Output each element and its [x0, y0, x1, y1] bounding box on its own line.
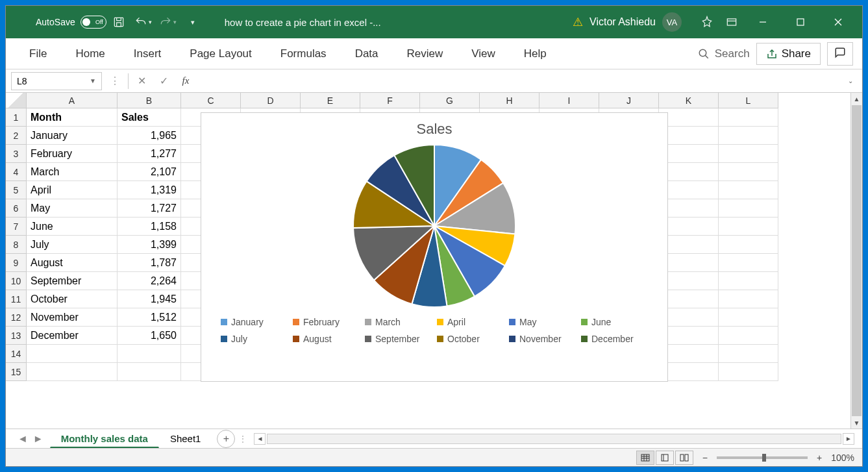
- cell[interactable]: 2,264: [118, 272, 181, 290]
- zoom-out-button[interactable]: −: [702, 453, 708, 463]
- tab-formulas[interactable]: Formulas: [266, 38, 341, 69]
- cell[interactable]: March: [27, 163, 118, 181]
- col-header[interactable]: B: [118, 93, 181, 108]
- row-header[interactable]: 1: [6, 108, 27, 127]
- sheet-tab[interactable]: Sheet1: [159, 430, 212, 447]
- cell[interactable]: [118, 363, 181, 381]
- row-header[interactable]: 7: [6, 217, 27, 236]
- scroll-left-icon[interactable]: ◄: [254, 433, 266, 445]
- autosave-toggle[interactable]: AutoSave Off: [36, 16, 106, 29]
- row-header[interactable]: 11: [6, 290, 27, 308]
- cell[interactable]: [719, 254, 778, 272]
- cancel-icon[interactable]: ✕: [132, 72, 151, 90]
- cell[interactable]: [719, 308, 778, 327]
- col-header[interactable]: L: [719, 93, 778, 108]
- scroll-down-icon[interactable]: ▼: [851, 417, 862, 429]
- cell[interactable]: [719, 145, 778, 163]
- normal-view-icon[interactable]: [636, 451, 654, 465]
- row-header[interactable]: 5: [6, 181, 27, 199]
- cell[interactable]: 1,727: [118, 199, 181, 217]
- cell[interactable]: [719, 199, 778, 217]
- formula-input[interactable]: [199, 72, 840, 90]
- fx-icon[interactable]: fx: [177, 72, 195, 90]
- comments-button[interactable]: [827, 42, 853, 66]
- tab-insert[interactable]: Insert: [119, 38, 176, 69]
- cell[interactable]: [118, 345, 181, 363]
- cell[interactable]: 1,399: [118, 236, 181, 254]
- close-button[interactable]: [819, 6, 857, 38]
- minimize-button[interactable]: [744, 6, 782, 38]
- cell[interactable]: January: [27, 127, 118, 145]
- cell[interactable]: November: [27, 308, 118, 327]
- cell[interactable]: October: [27, 290, 118, 308]
- cell[interactable]: 1,277: [118, 145, 181, 163]
- sheet-nav-next-icon[interactable]: ►: [33, 433, 43, 445]
- cell[interactable]: Sales: [118, 108, 181, 127]
- col-header[interactable]: I: [539, 93, 599, 108]
- row-header[interactable]: 4: [6, 163, 27, 181]
- col-header[interactable]: A: [27, 93, 118, 108]
- row-header[interactable]: 15: [6, 363, 27, 381]
- col-header[interactable]: E: [301, 93, 360, 108]
- tab-file[interactable]: File: [15, 38, 61, 69]
- cell[interactable]: [719, 163, 778, 181]
- col-header[interactable]: G: [420, 93, 480, 108]
- cell[interactable]: 1,512: [118, 308, 181, 327]
- tab-data[interactable]: Data: [341, 38, 393, 69]
- cell[interactable]: [719, 272, 778, 290]
- cell[interactable]: 1,158: [118, 217, 181, 236]
- cell[interactable]: 1,650: [118, 327, 181, 345]
- add-sheet-button[interactable]: +: [217, 430, 235, 448]
- cell[interactable]: Month: [27, 108, 118, 127]
- cell[interactable]: February: [27, 145, 118, 163]
- page-layout-view-icon[interactable]: [656, 451, 674, 465]
- toggle-switch[interactable]: Off: [81, 16, 106, 29]
- user-account[interactable]: ⚠ Victor Ashiedu VA: [573, 12, 682, 32]
- enter-icon[interactable]: ✓: [155, 72, 173, 90]
- redo-icon[interactable]: ▾: [156, 10, 180, 34]
- scroll-right-icon[interactable]: ►: [843, 433, 854, 445]
- row-header[interactable]: 12: [6, 308, 27, 327]
- sheet-nav-prev-icon[interactable]: ◄: [18, 433, 28, 445]
- horizontal-scrollbar[interactable]: ◄ ►: [251, 433, 857, 445]
- zoom-slider[interactable]: [717, 456, 808, 459]
- cell[interactable]: 1,787: [118, 254, 181, 272]
- cell[interactable]: [719, 108, 778, 127]
- row-header[interactable]: 14: [6, 345, 27, 363]
- tab-view[interactable]: View: [457, 38, 510, 69]
- tab-page-layout[interactable]: Page Layout: [175, 38, 266, 69]
- cell[interactable]: September: [27, 272, 118, 290]
- tab-home[interactable]: Home: [61, 38, 119, 69]
- cell[interactable]: [719, 127, 778, 145]
- row-header[interactable]: 10: [6, 272, 27, 290]
- cell[interactable]: May: [27, 199, 118, 217]
- cell[interactable]: [719, 181, 778, 199]
- undo-icon[interactable]: ▾: [131, 10, 156, 34]
- row-header[interactable]: 8: [6, 236, 27, 254]
- maximize-button[interactable]: [782, 6, 819, 38]
- cell[interactable]: 2,107: [118, 163, 181, 181]
- share-button[interactable]: Share: [756, 43, 821, 65]
- tab-grip-icon[interactable]: ⋮: [235, 434, 251, 443]
- sheet-tab[interactable]: Monthly sales data: [50, 430, 159, 448]
- ribbon-display-icon[interactable]: [719, 10, 744, 34]
- cell[interactable]: [719, 290, 778, 308]
- cell[interactable]: [719, 345, 778, 363]
- cell[interactable]: June: [27, 217, 118, 236]
- search-box[interactable]: Search: [698, 47, 750, 60]
- cell[interactable]: 1,945: [118, 290, 181, 308]
- page-break-view-icon[interactable]: [675, 451, 693, 465]
- cell[interactable]: [719, 363, 778, 381]
- row-header[interactable]: 3: [6, 145, 27, 163]
- coming-soon-icon[interactable]: [695, 10, 719, 34]
- zoom-in-button[interactable]: +: [817, 453, 822, 463]
- cell[interactable]: December: [27, 327, 118, 345]
- row-header[interactable]: 6: [6, 199, 27, 217]
- cell[interactable]: [27, 363, 118, 381]
- col-header[interactable]: H: [480, 93, 539, 108]
- formula-menu-icon[interactable]: ⋮: [106, 72, 124, 90]
- col-header[interactable]: J: [599, 93, 659, 108]
- pie-chart[interactable]: Sales JanuaryFebruaryMarchAprilMayJuneJu…: [201, 112, 668, 382]
- select-all-corner[interactable]: [6, 93, 27, 108]
- col-header[interactable]: D: [241, 93, 301, 108]
